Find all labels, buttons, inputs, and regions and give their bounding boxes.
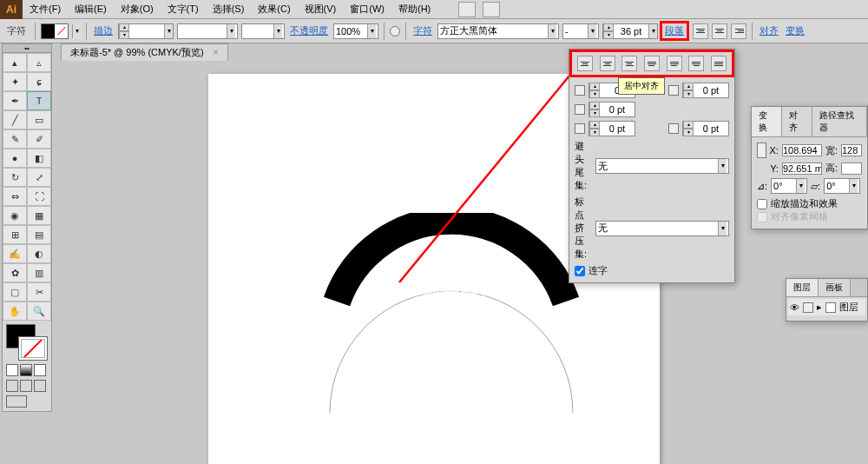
layer-name[interactable]: 图层 <box>839 301 858 314</box>
font-family-dropdown[interactable]: ▾ <box>437 23 559 39</box>
arrange-icon[interactable] <box>483 2 500 17</box>
compose-dropdown[interactable]: ▾ <box>595 221 729 236</box>
color-mode-btn[interactable] <box>6 364 18 376</box>
compose-input[interactable] <box>598 222 718 235</box>
font-size-input[interactable] <box>614 24 648 38</box>
shear-dropdown[interactable]: ▾ <box>824 178 860 194</box>
font-family-input[interactable] <box>440 24 548 38</box>
transform-link[interactable]: 变换 <box>784 24 806 37</box>
color-picker[interactable] <box>3 321 51 411</box>
opacity-field[interactable]: ▾ <box>333 23 378 39</box>
draw-behind-btn[interactable] <box>20 380 32 392</box>
opacity-link[interactable]: 不透明度 <box>288 24 330 37</box>
menu-view[interactable]: 视图(V) <box>298 0 344 18</box>
menu-edit[interactable]: 编辑(E) <box>68 0 114 18</box>
rectangle-tool[interactable]: ▭ <box>27 110 51 129</box>
reference-point-icon[interactable] <box>757 143 766 158</box>
first-line-field[interactable]: ▴▾ <box>589 102 635 117</box>
menu-window[interactable]: 窗口(W) <box>343 0 391 18</box>
perspective-tool[interactable]: ▦ <box>27 206 51 225</box>
expand-icon[interactable]: ▸ <box>817 302 822 313</box>
shape-builder-tool[interactable]: ◉ <box>3 206 27 225</box>
w-input[interactable] <box>841 144 862 156</box>
space-after-field[interactable]: ▴▾ <box>682 121 729 136</box>
scale-stroke-checkbox[interactable] <box>757 199 767 209</box>
para-justify-all[interactable] <box>711 56 727 71</box>
fill-stroke-swatch[interactable] <box>41 23 69 39</box>
para-align-left[interactable] <box>577 56 593 71</box>
layer-thumb[interactable] <box>803 302 813 313</box>
artboards-tab[interactable]: 画板 <box>819 279 851 296</box>
para-justify-right[interactable] <box>688 56 704 71</box>
indent-right-input[interactable] <box>694 83 728 97</box>
paintbrush-tool[interactable]: ✎ <box>3 129 27 149</box>
space-after-input[interactable] <box>694 122 728 136</box>
y-input[interactable] <box>782 162 822 175</box>
line-tool[interactable]: ╱ <box>3 110 27 129</box>
font-size[interactable]: ▴▾ ▾ <box>602 23 658 39</box>
para-justify-left[interactable] <box>644 56 660 71</box>
stroke-link[interactable]: 描边 <box>92 24 115 37</box>
vw-profile[interactable]: ▾ <box>241 23 285 39</box>
para-align-center[interactable] <box>600 56 615 71</box>
direct-selection-tool[interactable]: ▵ <box>27 53 51 72</box>
close-tab-icon[interactable]: × <box>213 47 218 57</box>
swatch-dropdown[interactable]: ▾ <box>72 24 81 38</box>
menu-file[interactable]: 文件(F) <box>23 0 68 18</box>
stroke-weight-input[interactable] <box>129 24 164 38</box>
align-link[interactable]: 对齐 <box>758 24 780 37</box>
align-tab[interactable]: 对齐 <box>782 107 812 136</box>
draw-inside-btn[interactable] <box>34 380 46 392</box>
blend-tool[interactable]: ◐ <box>27 244 51 263</box>
align-center-btn[interactable] <box>712 23 727 39</box>
menu-help[interactable]: 帮助(H) <box>391 0 437 18</box>
blob-brush-tool[interactable]: ● <box>3 149 27 168</box>
eyedropper-tool[interactable]: ✍ <box>3 244 27 263</box>
align-left-btn[interactable] <box>693 23 708 39</box>
font-style-dropdown[interactable]: ▾ <box>562 23 599 39</box>
font-style-input[interactable] <box>565 24 588 38</box>
hyphen-dropdown[interactable]: ▾ <box>595 158 729 174</box>
rotate-tool[interactable]: ↻ <box>3 168 27 187</box>
essentials-icon[interactable] <box>458 2 476 17</box>
zoom-tool[interactable]: 🔍 <box>27 302 51 321</box>
path-text-object[interactable]: ai教程之路径文字 <box>312 213 590 439</box>
menu-effect[interactable]: 效果(C) <box>251 0 297 18</box>
stroke-weight[interactable]: ▴▾ ▾ <box>118 23 174 39</box>
symbol-sprayer-tool[interactable]: ✿ <box>3 263 27 282</box>
hand-tool[interactable]: ✋ <box>3 302 27 321</box>
layers-tab[interactable]: 图层 <box>786 279 819 296</box>
pencil-tool[interactable]: ✐ <box>27 129 51 149</box>
menu-select[interactable]: 选择(S) <box>206 0 252 18</box>
width-tool[interactable]: ⇔ <box>3 187 27 206</box>
recolor-icon[interactable] <box>390 26 400 36</box>
lasso-tool[interactable]: ɕ <box>27 72 51 91</box>
none-mode-btn[interactable] <box>34 364 46 376</box>
menu-type[interactable]: 文字(T) <box>161 0 206 18</box>
ligature-checkbox[interactable] <box>575 266 585 276</box>
visibility-icon[interactable]: 👁 <box>790 302 799 313</box>
space-before-field[interactable]: ▴▾ <box>589 121 635 136</box>
space-before-input[interactable] <box>600 122 635 136</box>
document-tab[interactable]: 未标题-5* @ 99% (CMYK/预览) × <box>61 43 228 62</box>
slice-tool[interactable]: ✂ <box>27 282 51 302</box>
scale-tool[interactable]: ⤢ <box>27 168 51 187</box>
first-line-input[interactable] <box>600 103 635 116</box>
align-right-btn[interactable] <box>731 23 746 39</box>
artboard-tool[interactable]: ▢ <box>3 282 27 302</box>
x-input[interactable] <box>782 144 822 156</box>
character-link[interactable]: 字符 <box>411 24 434 37</box>
draw-normal-btn[interactable] <box>6 380 18 392</box>
magic-wand-tool[interactable]: ✦ <box>3 72 27 91</box>
type-tool[interactable]: T <box>27 91 51 110</box>
eraser-tool[interactable]: ◧ <box>27 149 51 168</box>
graph-tool[interactable]: ▥ <box>27 263 51 282</box>
paragraph-link[interactable]: 段落 <box>663 25 686 36</box>
gradient-mode-btn[interactable] <box>20 364 32 376</box>
brush-dropdown[interactable]: ▾ <box>177 23 238 39</box>
opacity-input[interactable] <box>336 24 367 38</box>
para-justify-center[interactable] <box>667 56 682 71</box>
screen-mode-btn[interactable] <box>6 395 27 408</box>
angle-input[interactable] <box>773 179 796 193</box>
selection-tool[interactable]: ▴ <box>3 53 27 72</box>
